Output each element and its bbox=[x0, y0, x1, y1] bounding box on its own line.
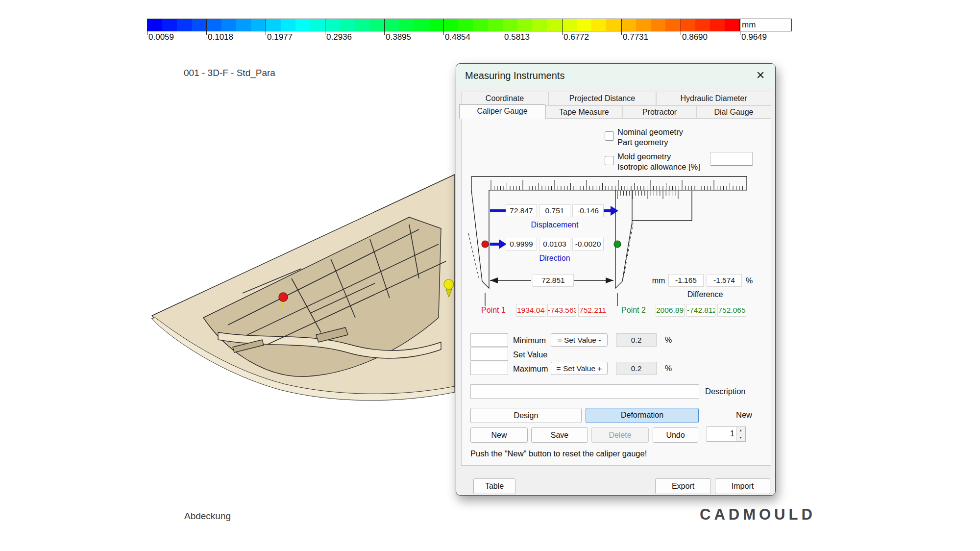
color-segment bbox=[517, 19, 532, 31]
color-segment bbox=[562, 19, 577, 31]
tab-protractor[interactable]: Protractor bbox=[623, 105, 696, 119]
direction-x: 0.9999 bbox=[506, 238, 537, 250]
color-segment bbox=[695, 19, 710, 31]
maximum-input[interactable] bbox=[470, 362, 508, 375]
3d-part-view[interactable] bbox=[145, 171, 458, 401]
color-segment bbox=[680, 19, 695, 31]
isotropic-allowance-input[interactable] bbox=[710, 152, 753, 166]
color-segment bbox=[503, 19, 517, 31]
set-value-input[interactable] bbox=[470, 348, 508, 361]
displacement-z: -0.146 bbox=[572, 204, 604, 217]
displacement-y: 0.751 bbox=[539, 204, 570, 217]
color-segment bbox=[162, 19, 177, 31]
import-button[interactable]: Import bbox=[715, 478, 770, 494]
set-value-label: Set Value bbox=[513, 350, 547, 359]
distance-value: 72.851 bbox=[533, 274, 574, 287]
point1-label: Point 1 bbox=[474, 306, 513, 315]
minimum-tolerance[interactable]: 0.2 bbox=[616, 333, 657, 347]
spinner-value: 1 bbox=[730, 429, 735, 438]
undo-button[interactable]: Undo bbox=[653, 427, 698, 443]
legend-tick-label: 0.1977 bbox=[267, 32, 293, 42]
model-name-label: 001 - 3D-F - Std_Para bbox=[184, 68, 275, 78]
tab-dial-gauge[interactable]: Dial Gauge bbox=[696, 105, 771, 119]
minimum-label: Minimum bbox=[513, 336, 546, 345]
color-segment bbox=[458, 19, 473, 31]
measuring-instruments-dialog: Measuring Instruments ✕ Coordinate Proje… bbox=[456, 63, 776, 496]
new-button[interactable]: New bbox=[470, 427, 528, 443]
part-name-label: Abdeckung bbox=[184, 511, 231, 522]
legend-tick-label: 0.3895 bbox=[386, 32, 411, 42]
description-input[interactable] bbox=[470, 384, 699, 399]
spinner-up-icon[interactable]: ▲ bbox=[736, 427, 745, 434]
mold-geometry-checkbox[interactable] bbox=[605, 156, 614, 165]
color-segment bbox=[665, 19, 680, 31]
legend-tick bbox=[621, 19, 622, 35]
color-segment bbox=[488, 19, 503, 31]
application-window: mm 0.00590.10180.19770.29360.38950.48540… bbox=[0, 0, 980, 551]
export-button[interactable]: Export bbox=[655, 478, 711, 494]
legend-tick bbox=[206, 19, 207, 35]
description-label: Description bbox=[705, 387, 746, 396]
legend-tick bbox=[147, 19, 147, 35]
color-segment bbox=[295, 19, 310, 31]
legend-tick bbox=[503, 19, 503, 35]
legend-tick bbox=[384, 19, 385, 35]
difference-label: Difference bbox=[668, 290, 742, 299]
checkbox2-line2: Isotropic allowance [%] bbox=[617, 162, 700, 171]
delete-button[interactable]: Delete bbox=[591, 427, 649, 443]
minimum-input[interactable] bbox=[470, 333, 508, 347]
dialog-titlebar[interactable]: Measuring Instruments ✕ bbox=[456, 64, 775, 88]
color-segment bbox=[399, 19, 414, 31]
point1-z: 752.211 bbox=[578, 304, 607, 317]
direction-label: Direction bbox=[506, 254, 604, 263]
tab-coordinate[interactable]: Coordinate bbox=[461, 92, 548, 105]
tab-projected-distance[interactable]: Projected Distance bbox=[548, 92, 656, 105]
design-button[interactable]: Design bbox=[470, 408, 582, 423]
tab-caliper-gauge[interactable]: Caliper Gauge bbox=[459, 104, 545, 119]
color-legend: mm 0.00590.10180.19770.29360.38950.48540… bbox=[147, 19, 792, 43]
color-segment bbox=[547, 19, 562, 31]
table-button[interactable]: Table bbox=[473, 478, 515, 494]
maximum-pct: % bbox=[665, 364, 672, 373]
point1-x: 1934.048 bbox=[516, 304, 545, 317]
color-segment bbox=[591, 19, 606, 31]
legend-tick-label: 0.8690 bbox=[682, 32, 708, 42]
legend-tick-label: 0.4854 bbox=[445, 32, 470, 42]
new-mode-label: New bbox=[736, 410, 752, 420]
difference-pct-sign: % bbox=[744, 276, 755, 285]
color-segment bbox=[384, 19, 399, 31]
color-segment bbox=[443, 19, 458, 31]
color-segment bbox=[414, 19, 429, 31]
color-segment bbox=[473, 19, 488, 31]
difference-mm: -1.165 bbox=[668, 274, 704, 287]
legend-tick bbox=[740, 19, 740, 35]
legend-tick-label: 0.2936 bbox=[326, 32, 352, 42]
legend-tick bbox=[681, 19, 681, 35]
dialog-title: Measuring Instruments bbox=[465, 70, 564, 81]
point2-x: 2006.899 bbox=[656, 304, 685, 317]
maximum-op-button[interactable]: = Set Value + bbox=[551, 362, 608, 375]
spinner-down-icon[interactable]: ▼ bbox=[736, 434, 745, 441]
nominal-geometry-checkbox[interactable] bbox=[605, 131, 614, 141]
direction-y: 0.0103 bbox=[539, 238, 570, 250]
maximum-label: Maximum bbox=[513, 364, 548, 374]
legend-tick-label: 0.6772 bbox=[564, 32, 589, 42]
point1-y: -743.563 bbox=[547, 304, 576, 317]
deformation-button[interactable]: Deformation bbox=[586, 408, 699, 423]
color-segment bbox=[577, 19, 591, 31]
color-segment bbox=[355, 19, 369, 31]
color-segment bbox=[621, 19, 636, 31]
maximum-tolerance[interactable]: 0.2 bbox=[616, 362, 657, 375]
legend-tick-label: 0.7731 bbox=[623, 32, 648, 42]
color-segment bbox=[710, 19, 725, 31]
legend-tick-label: 0.5813 bbox=[504, 32, 530, 42]
tab-tape-measure[interactable]: Tape Measure bbox=[545, 105, 623, 119]
tab-hydraulic-diameter[interactable]: Hydraulic Diameter bbox=[656, 92, 771, 105]
gauge-number-spinner[interactable]: 1 ▲ ▼ bbox=[707, 426, 746, 442]
close-icon[interactable]: ✕ bbox=[753, 68, 768, 83]
save-button[interactable]: Save bbox=[531, 427, 588, 443]
legend-tick-label: 0.0059 bbox=[148, 32, 174, 42]
color-segment bbox=[606, 19, 621, 31]
minimum-op-button[interactable]: = Set Value - bbox=[551, 333, 608, 347]
legend-tick bbox=[325, 19, 325, 35]
